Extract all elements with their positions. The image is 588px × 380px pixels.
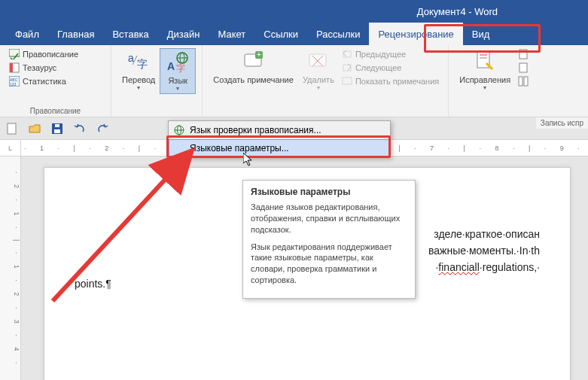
chevron-down-icon: ▾ [176,85,179,92]
svg-rect-28 [524,77,528,86]
svg-rect-21 [343,78,352,84]
svg-rect-25 [519,50,527,59]
tracking-opt1[interactable] [515,48,532,60]
group-proofing-label: Правописание [6,105,105,115]
annotation-arrow [45,135,256,309]
ribbon-tabs: Файл Главная Вставка Дизайн Макет Ссылки… [0,23,588,45]
ruler-vertical[interactable]: · 2 · 1 · | · 1 · 2 · 3 · 4 · [0,157,21,380]
tooltip-p1: Задание языков редактирования, отображен… [251,202,407,236]
menu-item1-label: Язык проверки правописания... [190,125,321,135]
show-comments-label: Показать примечания [355,77,439,86]
svg-rect-2 [10,63,13,72]
svg-text:字: 字 [137,58,148,70]
spelling-button[interactable]: Правописание [6,48,105,60]
new-comment-label: Создать примечание [213,75,294,84]
svg-text:字: 字 [176,63,185,74]
status-recording: Запись испр [536,117,588,129]
svg-rect-26 [519,63,527,72]
previous-comment-button[interactable]: Предыдущее [339,48,442,60]
doc-icon [518,62,529,73]
track-changes-icon [473,50,497,74]
delete-comment-label: Удалить [303,75,334,84]
statistics-label: Статистика [23,77,66,86]
tab-file[interactable]: Файл [6,23,48,45]
undo-button[interactable] [74,123,86,135]
chevron-down-icon: ▾ [483,84,486,91]
doc-icon [518,49,529,59]
spelling-icon [9,49,20,59]
svg-rect-27 [519,77,522,86]
next-label: Следующее [355,63,402,72]
ribbon: Правописание Тезаурус ABC123 Статистика … [0,45,588,117]
language-icon: A字 [166,50,190,74]
doc-text-l2: важные·моменты.·In·th [428,245,540,257]
tooltip-title: Языковые параметры [251,187,407,197]
doc-text-l3c: ·regulations,· [480,261,540,273]
pane-icon [518,76,529,87]
svg-text:a: a [128,52,134,64]
tab-references[interactable]: Ссылки [254,23,307,45]
thesaurus-button[interactable]: Тезаурус [6,62,105,74]
translate-label: Перевод [122,75,155,84]
ruler-corner: L [0,140,21,157]
doc-text-misspelled: financiall [438,261,479,273]
translate-icon: a字 [126,50,151,74]
chevron-down-icon: ▾ [317,84,320,91]
previous-icon [342,49,352,59]
spelling-label: Правописание [23,50,78,59]
svg-text:123: 123 [10,82,17,87]
globe-icon [173,124,185,136]
delete-comment-icon [306,50,331,74]
group-comments-label [209,114,442,115]
statistics-button[interactable]: ABC123 Статистика [6,75,105,87]
translate-button[interactable]: a字 Перевод ▾ [117,48,160,94]
language-label: Язык [168,76,187,85]
group-language-label [117,114,196,115]
new-comment-button[interactable]: + Создать примечание [209,48,298,93]
tooltip-p2: Язык редактирования поддерживает такие я… [251,242,407,286]
show-comments-icon [342,76,352,87]
tab-mailings[interactable]: Рассылки [307,23,369,45]
tab-layout[interactable]: Макет [209,23,254,45]
svg-rect-29 [8,123,16,134]
svg-rect-31 [54,129,60,133]
svg-line-36 [53,150,192,301]
tab-insert[interactable]: Вставка [103,23,157,45]
track-changes-label: Исправления [459,75,510,84]
thesaurus-icon [9,62,20,73]
delete-comment-button[interactable]: Удалить ▾ [298,48,339,93]
tab-design[interactable]: Дизайн [158,23,209,45]
window-title: Документ4 - Word [417,6,498,17]
doc-text-l1: зделе·краткое·описан [434,228,540,240]
svg-rect-0 [9,49,20,56]
track-changes-button[interactable]: Исправления ▾ [455,48,515,93]
svg-text:A: A [167,60,175,72]
tab-review[interactable]: Рецензирование [369,23,462,45]
redo-button[interactable] [96,123,108,135]
save-button[interactable] [51,123,63,135]
tab-view[interactable]: Вид [463,23,499,45]
svg-text:+: + [257,50,261,59]
show-comments-button[interactable]: Показать примечания [339,75,442,87]
chevron-down-icon: ▾ [137,84,140,91]
new-comment-icon: + [242,50,266,74]
svg-rect-32 [55,124,59,127]
tab-home[interactable]: Главная [48,23,103,45]
open-button[interactable] [29,123,41,135]
tracking-opt3[interactable] [515,75,532,87]
tracking-opt2[interactable] [515,62,532,74]
previous-label: Предыдущее [355,50,406,59]
statistics-icon: ABC123 [9,76,20,87]
new-doc-button[interactable] [6,123,18,135]
next-comment-button[interactable]: Следующее [339,62,442,74]
cursor-icon [243,153,255,168]
tooltip-language-preferences: Языковые параметры Задание языков редакт… [242,180,416,299]
thesaurus-label: Тезаурус [23,63,56,72]
language-button[interactable]: A字 Язык ▾ [160,48,196,94]
svg-rect-16 [309,54,326,66]
next-icon [342,62,352,73]
